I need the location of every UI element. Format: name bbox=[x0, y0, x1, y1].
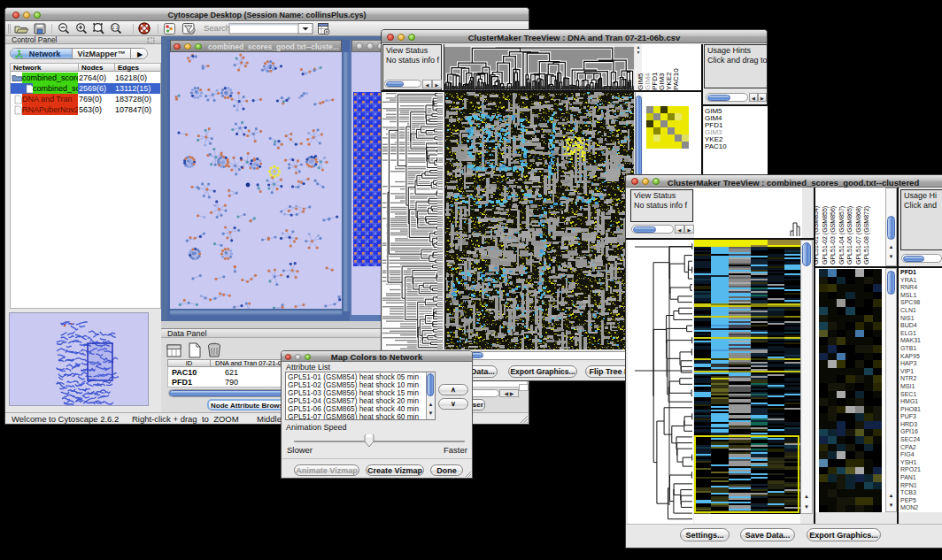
svg-text:Search:: Search: bbox=[204, 23, 233, 33]
svg-text:1:1: 1:1 bbox=[112, 25, 119, 30]
